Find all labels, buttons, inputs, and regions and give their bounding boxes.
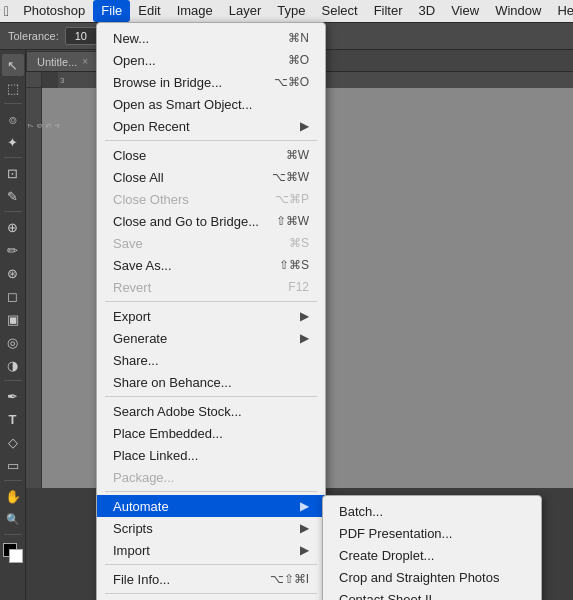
- fg-bg-colors[interactable]: [3, 543, 23, 563]
- menu-share-behance[interactable]: Share on Behance...: [97, 371, 325, 393]
- submenu-pdf-presentation[interactable]: PDF Presentation...: [323, 522, 541, 544]
- tool-crop[interactable]: ⊡: [2, 162, 24, 184]
- menu-place-linked[interactable]: Place Linked...: [97, 444, 325, 466]
- tool-eraser[interactable]: ◻: [2, 285, 24, 307]
- separator-5: [105, 564, 317, 565]
- menu-save: Save ⌘S: [97, 232, 325, 254]
- file-menu: New... ⌘N Open... ⌘O Browse in Bridge...…: [96, 22, 326, 600]
- tool-hand[interactable]: ✋: [2, 485, 24, 507]
- background-color[interactable]: [9, 549, 23, 563]
- tool-dodge[interactable]: ◑: [2, 354, 24, 376]
- menu-item-type[interactable]: Type: [269, 0, 313, 22]
- tool-separator-3: [4, 211, 22, 212]
- menu-item-window[interactable]: Window: [487, 0, 549, 22]
- submenu-batch[interactable]: Batch...: [323, 500, 541, 522]
- tool-separator-1: [4, 103, 22, 104]
- tool-zoom[interactable]: 🔍: [2, 508, 24, 530]
- menu-export[interactable]: Export ▶: [97, 305, 325, 327]
- tool-separator-5: [4, 480, 22, 481]
- menu-browse-bridge[interactable]: Browse in Bridge... ⌥⌘O: [97, 71, 325, 93]
- left-ruler: 4 5 6 7: [26, 88, 42, 488]
- menu-file-info[interactable]: File Info... ⌥⇧⌘I: [97, 568, 325, 590]
- submenu-create-droplet[interactable]: Create Droplet...: [323, 544, 541, 566]
- ruler-num-3: 3: [58, 76, 98, 85]
- ruler-v-6: 6: [35, 88, 44, 128]
- tool-type[interactable]: T: [2, 408, 24, 430]
- menu-item-edit[interactable]: Edit: [130, 0, 168, 22]
- menu-generate[interactable]: Generate ▶: [97, 327, 325, 349]
- tab-label: Untitle...: [37, 56, 77, 68]
- tool-separator-2: [4, 157, 22, 158]
- menu-item-file[interactable]: File: [93, 0, 130, 22]
- menu-import[interactable]: Import ▶: [97, 539, 325, 561]
- menu-open-recent[interactable]: Open Recent ▶: [97, 115, 325, 137]
- menu-item-layer[interactable]: Layer: [221, 0, 270, 22]
- tool-gradient[interactable]: ▣: [2, 308, 24, 330]
- tool-lasso[interactable]: ⌾: [2, 108, 24, 130]
- menu-close[interactable]: Close ⌘W: [97, 144, 325, 166]
- separator-4: [105, 491, 317, 492]
- tool-healing[interactable]: ⊕: [2, 216, 24, 238]
- tab-close-button[interactable]: ×: [82, 56, 88, 67]
- tool-eyedropper[interactable]: ✎: [2, 185, 24, 207]
- tool-magic-wand[interactable]: ✦: [2, 131, 24, 153]
- tools-panel: ↖ ⬚ ⌾ ✦ ⊡ ✎ ⊕ ✏ ⊛ ◻ ▣ ◎ ◑ ✒ T ◇ ▭ ✋ 🔍: [0, 50, 26, 600]
- menu-place-embedded[interactable]: Place Embedded...: [97, 422, 325, 444]
- menu-item-3d[interactable]: 3D: [411, 0, 444, 22]
- menu-search-stock[interactable]: Search Adobe Stock...: [97, 400, 325, 422]
- menu-new[interactable]: New... ⌘N: [97, 27, 325, 49]
- tool-move[interactable]: ↖: [2, 54, 24, 76]
- menu-close-all[interactable]: Close All ⌥⌘W: [97, 166, 325, 188]
- tolerance-input[interactable]: [65, 27, 97, 45]
- menu-revert: Revert F12: [97, 276, 325, 298]
- automate-submenu: Batch... PDF Presentation... Create Drop…: [322, 495, 542, 600]
- tool-pen[interactable]: ✒: [2, 385, 24, 407]
- ruler-v-5: 5: [44, 88, 53, 128]
- separator-6: [105, 593, 317, 594]
- submenu-crop-straighten[interactable]: Crop and Straighten Photos: [323, 566, 541, 588]
- menu-item-image[interactable]: Image: [169, 0, 221, 22]
- ruler-v-4: 4: [53, 88, 62, 128]
- menu-item-photoshop[interactable]: Photoshop: [15, 0, 93, 22]
- tool-shape[interactable]: ▭: [2, 454, 24, 476]
- tool-clone[interactable]: ⊛: [2, 262, 24, 284]
- menu-item-filter[interactable]: Filter: [366, 0, 411, 22]
- ruler-corner: [26, 72, 42, 88]
- tool-marquee[interactable]: ⬚: [2, 77, 24, 99]
- ruler-v-7: 7: [26, 88, 35, 128]
- menu-bar:  Photoshop File Edit Image Layer Type S…: [0, 0, 573, 22]
- menu-open[interactable]: Open... ⌘O: [97, 49, 325, 71]
- tool-path[interactable]: ◇: [2, 431, 24, 453]
- menu-close-others: Close Others ⌥⌘P: [97, 188, 325, 210]
- tool-blur[interactable]: ◎: [2, 331, 24, 353]
- tolerance-label: Tolerance:: [8, 30, 59, 42]
- canvas-tab[interactable]: Untitle... ×: [26, 51, 99, 71]
- menu-automate[interactable]: Automate ▶: [97, 495, 325, 517]
- apple-logo-icon: : [4, 3, 9, 19]
- menu-scripts[interactable]: Scripts ▶: [97, 517, 325, 539]
- tool-separator-4: [4, 380, 22, 381]
- menu-item-help[interactable]: Help: [549, 0, 573, 22]
- menu-close-bridge[interactable]: Close and Go to Bridge... ⇧⌘W: [97, 210, 325, 232]
- menu-share[interactable]: Share...: [97, 349, 325, 371]
- separator-2: [105, 301, 317, 302]
- menu-open-smart-object[interactable]: Open as Smart Object...: [97, 93, 325, 115]
- tool-brush[interactable]: ✏: [2, 239, 24, 261]
- menu-item-select[interactable]: Select: [314, 0, 366, 22]
- tool-separator-6: [4, 534, 22, 535]
- separator-3: [105, 396, 317, 397]
- separator-1: [105, 140, 317, 141]
- menu-package: Package...: [97, 466, 325, 488]
- menu-item-view[interactable]: View: [443, 0, 487, 22]
- menu-save-as[interactable]: Save As... ⇧⌘S: [97, 254, 325, 276]
- submenu-contact-sheet[interactable]: Contact Sheet II...: [323, 588, 541, 600]
